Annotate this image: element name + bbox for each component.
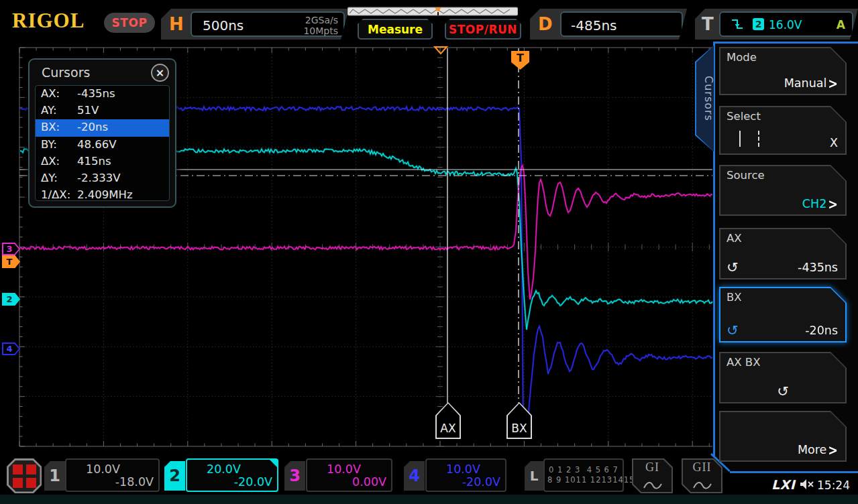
- readout-label: 1/ΔX:: [41, 188, 70, 201]
- chevron-right-icon: >: [828, 75, 838, 92]
- cursor-readout-row-selected: BX: -20ns: [36, 119, 169, 136]
- channel1-status-box[interactable]: 10.0V -18.0V: [65, 458, 160, 492]
- oscilloscope-screen: RIGOL STOP H 500ns 2GSa/s 10Mpts Measure…: [0, 0, 858, 504]
- logic-channels-box[interactable]: 0 1 2 3 4 5 6 7 8 9 1011 12131415: [543, 458, 624, 492]
- horizontal-label: H: [169, 14, 184, 34]
- channel2-status-box[interactable]: 20.0V -20.0V: [186, 458, 278, 492]
- timebase-box[interactable]: 500ns 2GSa/s 10Mpts: [191, 11, 345, 37]
- clock-display: 15:24: [817, 479, 850, 492]
- trigger-group[interactable]: T 2 16.0V A: [695, 9, 858, 40]
- measure-button[interactable]: Measure: [358, 19, 433, 40]
- trigger-box[interactable]: 2 16.0V A: [719, 11, 853, 37]
- readout-value: 48.66V: [77, 138, 117, 151]
- channel4-scale: 10.0V: [446, 462, 480, 476]
- cursor-bx-handle[interactable]: BX: [506, 402, 532, 439]
- menu-button-value: X: [830, 136, 838, 149]
- channel3-tab[interactable]: 3: [284, 461, 305, 491]
- readout-label: ΔX:: [41, 155, 60, 168]
- channel3-status-box[interactable]: 10.0V 0.00V: [306, 458, 392, 492]
- channel4-status-box[interactable]: 10.0V -20.0V: [425, 458, 506, 492]
- grid-icon: [9, 460, 40, 492]
- active-corner-fold: [269, 459, 278, 468]
- speaker-muted-icon[interactable]: [799, 479, 815, 491]
- channel2-tab[interactable]: 2: [164, 461, 185, 491]
- channel3-offset: 0.00V: [352, 475, 386, 489]
- cursors-dialog[interactable]: Cursors × AX: -435ns AY: 51V BX: -20ns B…: [28, 58, 176, 208]
- channel2-marker-label: 2: [3, 293, 15, 306]
- menu-button-mode[interactable]: Mode Manual>: [719, 47, 847, 95]
- sine-wave-icon: [642, 481, 663, 491]
- channel3-marker-label: 3: [3, 243, 15, 255]
- menu-tab-cursors[interactable]: Cursors: [695, 44, 715, 153]
- readout-label: BY:: [41, 138, 57, 151]
- generator1-button[interactable]: GI: [632, 458, 673, 493]
- logic-channel-numbers: 0 1 2 3 4 5 6 7 8 9 1011 12131415: [547, 461, 620, 489]
- menu-button-label: Select: [727, 110, 761, 123]
- menu-button-select[interactable]: Select X: [719, 106, 847, 155]
- cursor-readout-row: ΔY: -2.333V: [36, 170, 169, 187]
- delay-box[interactable]: -485ns: [560, 11, 683, 37]
- memory-position-indicator[interactable]: [347, 7, 518, 16]
- cursor-b-line-icon: [758, 131, 759, 147]
- cursor-readout-row: 1/ΔX: 2.409MHz: [36, 187, 169, 201]
- timebase-value: 500ns: [203, 17, 244, 34]
- cursor-ax-handle[interactable]: AX: [435, 402, 461, 439]
- channel4-tab[interactable]: 4: [404, 461, 425, 491]
- cursor-readout-row: ΔX: 415ns: [36, 153, 169, 170]
- delay-value: -485ns: [571, 17, 617, 34]
- horizontal-delay-group[interactable]: D -485ns: [530, 9, 687, 40]
- logic-analyzer-tab[interactable]: L: [525, 461, 543, 491]
- cursor-readout-row: BY: 48.66V: [36, 137, 169, 153]
- quick-access-button[interactable]: [7, 458, 42, 493]
- readout-value: -2.333V: [77, 172, 120, 184]
- rotate-knob-icon: ↺: [777, 383, 789, 399]
- channel2-offset: -20.0V: [234, 475, 272, 489]
- grid-icon-square: [13, 478, 23, 488]
- horizontal-timebase-group[interactable]: H 500ns 2GSa/s 10Mpts: [161, 9, 349, 40]
- menu-tab-label: Cursors: [695, 44, 715, 153]
- readout-value: 415ns: [77, 155, 111, 168]
- cursor-readout-list: AX: -435ns AY: 51V BX: -20ns BY: 48.66V …: [35, 85, 170, 201]
- menu-button-value: More>: [798, 443, 838, 456]
- lxi-logo: LXI: [771, 477, 795, 492]
- channel4-marker-label: 4: [3, 342, 15, 355]
- cursor-ax-handle-label: AX: [435, 422, 461, 435]
- close-icon[interactable]: ×: [151, 64, 169, 82]
- menu-button-label: AX BX: [727, 356, 760, 369]
- stop-run-button[interactable]: STOP/RUN: [445, 19, 521, 40]
- channel1-scale: 10.0V: [86, 462, 120, 476]
- center-reference-icon: [433, 46, 448, 55]
- menu-button-ax-bx[interactable]: AX BX ↺: [719, 352, 847, 403]
- menu-button-label: Source: [727, 169, 765, 182]
- trigger-level-marker-label: T: [3, 255, 15, 268]
- grid-icon-square: [13, 464, 23, 475]
- trigger-sweep-mode: A: [837, 18, 845, 32]
- menu-button-value: CH2>: [802, 197, 838, 210]
- menu-button-bx[interactable]: BX ↺ -20ns: [719, 287, 847, 342]
- trigger-level-marker[interactable]: T: [2, 255, 20, 268]
- channel3-position-marker[interactable]: 3: [2, 243, 20, 255]
- menu-button-more[interactable]: More>: [719, 411, 847, 462]
- channel-status-bar: 1 10.0V -18.0V 2 20.0V -20.0V 3 10.0V 0.…: [0, 456, 733, 493]
- menu-button-value: Manual>: [784, 76, 838, 90]
- readout-value: -20ns: [77, 121, 108, 133]
- channel1-tab[interactable]: 1: [44, 461, 65, 491]
- generator1-label: GI: [632, 460, 673, 475]
- stop-run-label: STOP/RUN: [449, 23, 517, 36]
- channel2-position-marker[interactable]: 2: [2, 293, 20, 306]
- menu-button-value: -20ns: [805, 324, 838, 337]
- menu-button-value: -435ns: [798, 261, 838, 274]
- rotate-knob-icon: ↺: [727, 322, 739, 338]
- channel4-position-marker[interactable]: 4: [2, 342, 20, 355]
- menu-button-source[interactable]: Source CH2>: [719, 165, 847, 216]
- generator2-label: GII: [682, 460, 722, 475]
- source-value: CH2: [802, 197, 827, 210]
- grid-icon-square: [26, 464, 36, 475]
- generator2-button[interactable]: GII: [682, 458, 722, 493]
- menu-button-ax[interactable]: AX ↺ -435ns: [719, 228, 847, 279]
- rotate-knob-icon: ↺: [727, 259, 739, 275]
- cursor-bx-handle-label: BX: [506, 422, 532, 435]
- grid-icon-square: [26, 478, 36, 488]
- bottom-bezel-strip: [0, 495, 858, 504]
- delay-label: D: [538, 14, 553, 34]
